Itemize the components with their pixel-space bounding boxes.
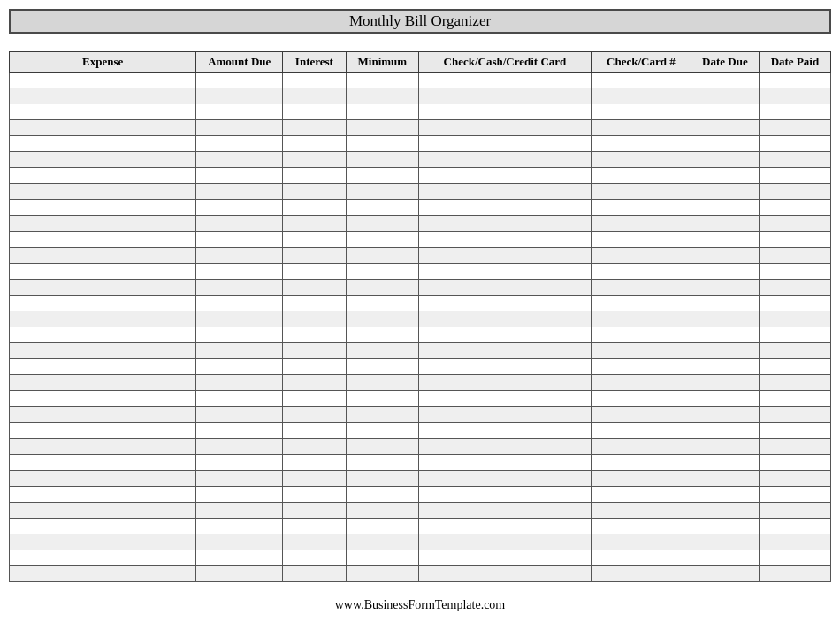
table-cell[interactable] [591, 471, 691, 487]
table-cell[interactable] [282, 168, 346, 184]
table-cell[interactable] [346, 534, 418, 550]
table-cell[interactable] [196, 73, 283, 88]
table-cell[interactable] [759, 423, 830, 439]
table-cell[interactable] [196, 264, 283, 280]
table-cell[interactable] [10, 168, 196, 184]
table-cell[interactable] [346, 503, 418, 519]
table-cell[interactable] [196, 359, 283, 375]
table-cell[interactable] [10, 120, 196, 136]
table-cell[interactable] [591, 152, 691, 168]
table-cell[interactable] [346, 248, 418, 264]
table-cell[interactable] [196, 168, 283, 184]
table-cell[interactable] [418, 104, 591, 120]
table-cell[interactable] [10, 487, 196, 503]
table-cell[interactable] [759, 391, 830, 407]
table-cell[interactable] [691, 550, 759, 566]
table-cell[interactable] [282, 73, 346, 88]
table-cell[interactable] [591, 375, 691, 391]
table-cell[interactable] [691, 391, 759, 407]
table-cell[interactable] [282, 120, 346, 136]
table-cell[interactable] [282, 88, 346, 104]
table-cell[interactable] [591, 455, 691, 471]
table-cell[interactable] [282, 136, 346, 152]
table-cell[interactable] [10, 152, 196, 168]
table-cell[interactable] [282, 455, 346, 471]
table-cell[interactable] [418, 343, 591, 359]
table-cell[interactable] [196, 200, 283, 216]
table-cell[interactable] [196, 311, 283, 327]
table-cell[interactable] [418, 550, 591, 566]
table-cell[interactable] [759, 200, 830, 216]
table-cell[interactable] [346, 120, 418, 136]
table-cell[interactable] [10, 216, 196, 232]
table-cell[interactable] [759, 168, 830, 184]
table-cell[interactable] [418, 455, 591, 471]
table-cell[interactable] [10, 136, 196, 152]
table-cell[interactable] [591, 168, 691, 184]
table-cell[interactable] [10, 232, 196, 248]
table-cell[interactable] [591, 343, 691, 359]
table-cell[interactable] [10, 471, 196, 487]
table-cell[interactable] [196, 407, 283, 423]
table-cell[interactable] [691, 327, 759, 343]
table-cell[interactable] [759, 439, 830, 455]
table-cell[interactable] [196, 566, 283, 582]
table-cell[interactable] [591, 534, 691, 550]
table-cell[interactable] [691, 216, 759, 232]
table-cell[interactable] [346, 439, 418, 455]
table-cell[interactable] [418, 73, 591, 88]
table-cell[interactable] [196, 423, 283, 439]
table-cell[interactable] [346, 391, 418, 407]
table-cell[interactable] [346, 471, 418, 487]
table-cell[interactable] [10, 184, 196, 200]
table-cell[interactable] [691, 248, 759, 264]
table-cell[interactable] [10, 503, 196, 519]
table-cell[interactable] [196, 184, 283, 200]
table-cell[interactable] [691, 88, 759, 104]
table-cell[interactable] [196, 136, 283, 152]
table-cell[interactable] [282, 550, 346, 566]
table-cell[interactable] [591, 136, 691, 152]
table-cell[interactable] [196, 487, 283, 503]
table-cell[interactable] [759, 311, 830, 327]
table-cell[interactable] [346, 88, 418, 104]
table-cell[interactable] [591, 216, 691, 232]
table-cell[interactable] [196, 152, 283, 168]
table-cell[interactable] [346, 407, 418, 423]
table-cell[interactable] [196, 503, 283, 519]
table-cell[interactable] [691, 120, 759, 136]
table-cell[interactable] [418, 327, 591, 343]
table-cell[interactable] [282, 104, 346, 120]
table-cell[interactable] [196, 471, 283, 487]
table-cell[interactable] [691, 296, 759, 311]
table-cell[interactable] [282, 375, 346, 391]
table-cell[interactable] [418, 519, 591, 534]
table-cell[interactable] [691, 73, 759, 88]
table-cell[interactable] [10, 375, 196, 391]
table-cell[interactable] [759, 248, 830, 264]
table-cell[interactable] [591, 232, 691, 248]
table-cell[interactable] [691, 232, 759, 248]
table-cell[interactable] [346, 280, 418, 296]
table-cell[interactable] [10, 359, 196, 375]
table-cell[interactable] [691, 455, 759, 471]
table-cell[interactable] [591, 439, 691, 455]
table-cell[interactable] [282, 264, 346, 280]
table-cell[interactable] [591, 550, 691, 566]
table-cell[interactable] [691, 200, 759, 216]
table-cell[interactable] [759, 519, 830, 534]
table-cell[interactable] [591, 487, 691, 503]
table-cell[interactable] [759, 264, 830, 280]
table-cell[interactable] [591, 503, 691, 519]
table-cell[interactable] [418, 88, 591, 104]
table-cell[interactable] [196, 280, 283, 296]
table-cell[interactable] [759, 216, 830, 232]
table-cell[interactable] [282, 296, 346, 311]
table-cell[interactable] [282, 200, 346, 216]
table-cell[interactable] [346, 455, 418, 471]
table-cell[interactable] [591, 407, 691, 423]
table-cell[interactable] [759, 503, 830, 519]
table-cell[interactable] [282, 216, 346, 232]
table-cell[interactable] [196, 216, 283, 232]
table-cell[interactable] [691, 375, 759, 391]
